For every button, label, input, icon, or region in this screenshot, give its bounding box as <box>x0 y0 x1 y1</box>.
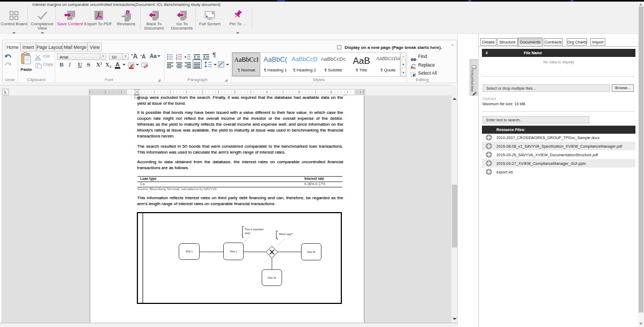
svg-text:b: b <box>413 66 415 69</box>
svg-text:Which way?: Which way? <box>279 233 293 236</box>
svg-text:3: 3 <box>176 58 178 60</box>
svg-text:step!: step! <box>245 232 250 235</box>
svg-text:Step 2: Step 2 <box>230 250 237 253</box>
svg-text:Step 3b: Step 3b <box>307 251 316 253</box>
svg-text:Step 3a: Step 3a <box>268 277 276 279</box>
svg-text:Step 1: Step 1 <box>186 250 193 253</box>
svg-text:This is important: This is important <box>245 228 264 231</box>
